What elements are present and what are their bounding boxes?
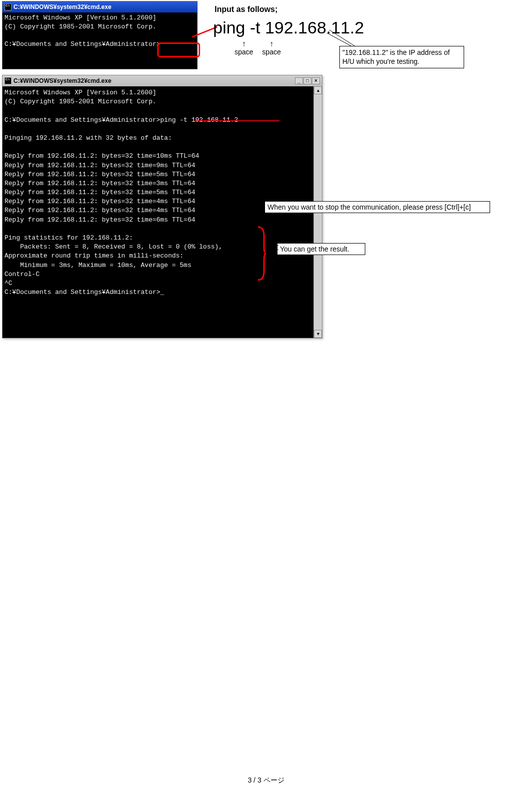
- instruction-heading: Input as follows;: [215, 5, 277, 14]
- callout-stop: When you want to stop the communication,…: [265, 201, 490, 213]
- prompt-end: C:¥Documents and Settings¥Administrator>…: [4, 288, 164, 296]
- scroll-up-icon[interactable]: ▴: [314, 86, 322, 94]
- page-footer: 3 / 3 ページ: [0, 776, 532, 785]
- cmd-body-small: Microsoft Windows XP [Version 5.1.2600] …: [2, 12, 197, 69]
- scroll-down-icon[interactable]: ▾: [314, 330, 322, 338]
- minimize-button[interactable]: _: [295, 77, 303, 84]
- stats-line: Ping statistics for 192.168.11.2:: [4, 234, 133, 242]
- space-labels: ↑ space ↑ space: [235, 40, 281, 56]
- ip-address-note: "192.168.11.2" is the IP address of H/U …: [339, 46, 464, 68]
- stats-line: Minimum = 3ms, Maximum = 10ms, Average =…: [4, 262, 191, 269]
- line: Pinging 192.168.11.2 with 32 bytes of da…: [4, 134, 172, 142]
- titlebar-large-text: C:¥WINDOWS¥system32¥cmd.exe: [13, 77, 111, 84]
- callout-result: You can get the result.: [277, 243, 365, 255]
- line: (C) Copyright 1985-2001 Microsoft Corp.: [4, 98, 156, 105]
- reply-line: Reply from 192.168.11.2: bytes=32 time=5…: [4, 171, 195, 178]
- reply-line: Reply from 192.168.11.2: bytes=32 time=4…: [4, 198, 195, 205]
- titlebar-small: C:¥WINDOWS¥system32¥cmd.exe: [2, 1, 197, 12]
- line: Microsoft Windows XP [Version 5.1.2600]: [4, 89, 156, 96]
- line: ^C: [4, 279, 12, 287]
- maximize-button[interactable]: □: [303, 77, 311, 84]
- cmd-icon: [4, 3, 11, 10]
- titlebar-small-text: C:¥WINDOWS¥system32¥cmd.exe: [13, 3, 111, 10]
- reply-line: Reply from 192.168.11.2: bytes=32 time=3…: [4, 180, 195, 187]
- red-highlight-box: [157, 42, 200, 57]
- red-brace: [257, 226, 266, 281]
- red-underline: [195, 120, 279, 121]
- line: (C) Copyright 1985-2001 Microsoft Corp.: [4, 23, 156, 30]
- reply-line: Reply from 192.168.11.2: bytes=32 time=5…: [4, 189, 195, 196]
- reply-line: Reply from 192.168.11.2: bytes=32 time=4…: [4, 207, 195, 214]
- close-button[interactable]: ×: [312, 77, 320, 84]
- titlebar-large: C:¥WINDOWS¥system32¥cmd.exe _ □ ×: [2, 75, 322, 86]
- example-command: ping -t 192.168.11.2: [213, 18, 364, 37]
- up-arrow-icon: ↑: [269, 40, 273, 48]
- prompt: C:¥Documents and Settings¥Administrator>: [4, 40, 160, 48]
- stats-line: Packets: Sent = 8, Received = 8, Lost = …: [4, 243, 223, 251]
- reply-line: Reply from 192.168.11.2: bytes=32 time=6…: [4, 216, 195, 224]
- space-text: space: [262, 48, 280, 56]
- up-arrow-icon: ↑: [242, 40, 246, 48]
- reply-line: Reply from 192.168.11.2: bytes=32 time=1…: [4, 152, 199, 160]
- space-label-1: ↑ space: [235, 40, 253, 56]
- cmd-window-small: C:¥WINDOWS¥system32¥cmd.exe Microsoft Wi…: [2, 1, 198, 69]
- stats-line: Approximate round trip times in milli-se…: [4, 252, 184, 260]
- line: Control-C: [4, 270, 39, 278]
- space-label-2: ↑ space: [262, 40, 280, 56]
- space-text: space: [235, 48, 253, 56]
- reply-line: Reply from 192.168.11.2: bytes=32 time=9…: [4, 162, 195, 169]
- line: Microsoft Windows XP [Version 5.1.2600]: [4, 14, 156, 21]
- cmd-icon: [4, 77, 11, 84]
